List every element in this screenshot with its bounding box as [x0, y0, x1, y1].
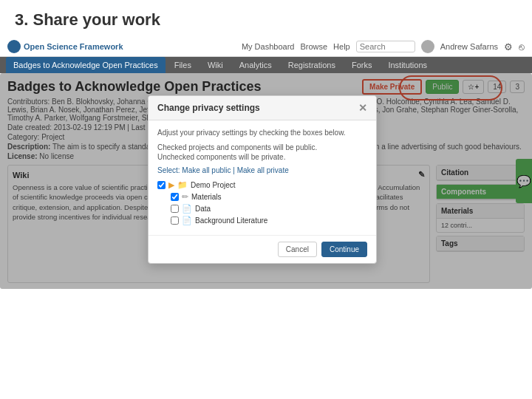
cancel-button[interactable]: Cancel: [278, 242, 317, 257]
avatar: [421, 40, 434, 53]
file-icon-materials: ✏: [182, 192, 188, 202]
dialog-description: Adjust your privacy settings by checking…: [157, 128, 367, 138]
tree-item-materials: ✏ Materials: [171, 192, 367, 202]
make-all-public-link[interactable]: Make all public: [182, 166, 231, 174]
tree-item-data: 📄 Data: [171, 204, 367, 214]
page-content: Badges to Acknowledge Open Practices Mak…: [0, 73, 532, 289]
make-all-private-link[interactable]: Make all private: [237, 166, 289, 174]
tab-forks[interactable]: Forks: [344, 57, 380, 73]
dialog-header: Change privacy settings ✕: [149, 96, 376, 120]
data-label: Data: [195, 205, 211, 213]
tab-files[interactable]: Files: [167, 57, 199, 73]
dialog-close-icon[interactable]: ✕: [358, 102, 367, 114]
nav-dashboard[interactable]: My Dashboard: [242, 42, 295, 51]
checkbox-background[interactable]: [171, 216, 179, 225]
checkbox-materials[interactable]: [171, 193, 179, 201]
osf-navbar: Open Science Framework My Dashboard Brow…: [0, 37, 532, 57]
demo-project-label: Demo Project: [191, 181, 236, 189]
search-input[interactable]: [356, 41, 415, 52]
privacy-dialog: Change privacy settings ✕ Adjust your pr…: [148, 95, 377, 264]
folder-icon: ▶: [168, 180, 174, 190]
tab-badges[interactable]: Badges to Acknowledge Open Practices: [6, 57, 166, 73]
tab-wiki[interactable]: Wiki: [200, 57, 231, 73]
tab-institutions[interactable]: Institutions: [381, 57, 434, 73]
file-icon-data: 📄: [182, 204, 192, 214]
nav-browse[interactable]: Browse: [300, 42, 327, 51]
dialog-check-desc: Checked projects and components will be …: [157, 143, 367, 162]
file-icon-background: 📄: [182, 216, 192, 225]
tree-item-demo-project: ▶ 📁 Demo Project: [157, 180, 367, 190]
background-label: Background Literature: [195, 216, 267, 225]
tree-item-background: 📄 Background Literature: [171, 216, 367, 225]
user-name[interactable]: Andrew Safarns: [440, 42, 498, 51]
continue-button[interactable]: Continue: [321, 242, 367, 257]
materials-label: Materials: [191, 193, 222, 201]
settings-icon[interactable]: ⚙: [504, 41, 513, 52]
osf-logo-icon: [7, 40, 21, 53]
dialog-body: Adjust your privacy settings by checking…: [149, 120, 376, 235]
folder-icon2: 📁: [177, 180, 188, 190]
tree-sub: ✏ Materials 📄 Data 📄 Background Literatu…: [171, 192, 367, 225]
checkbox-demo-project[interactable]: [157, 181, 166, 189]
osf-logo[interactable]: Open Science Framework: [7, 40, 123, 53]
signout-icon[interactable]: ⎋: [519, 41, 525, 52]
tab-registrations[interactable]: Registrations: [281, 57, 343, 73]
dialog-links: Select: Make all public | Make all priva…: [157, 166, 367, 174]
dialog-footer: Cancel Continue: [149, 235, 376, 263]
project-tabs: Badges to Acknowledge Open Practices Fil…: [0, 57, 532, 73]
nav-help[interactable]: Help: [333, 42, 350, 51]
nav-links: My Dashboard Browse Help Andrew Safarns …: [242, 40, 525, 53]
tab-analytics[interactable]: Analytics: [232, 57, 279, 73]
slide-title: 3. Share your work: [0, 0, 532, 37]
checkbox-data[interactable]: [171, 205, 179, 213]
